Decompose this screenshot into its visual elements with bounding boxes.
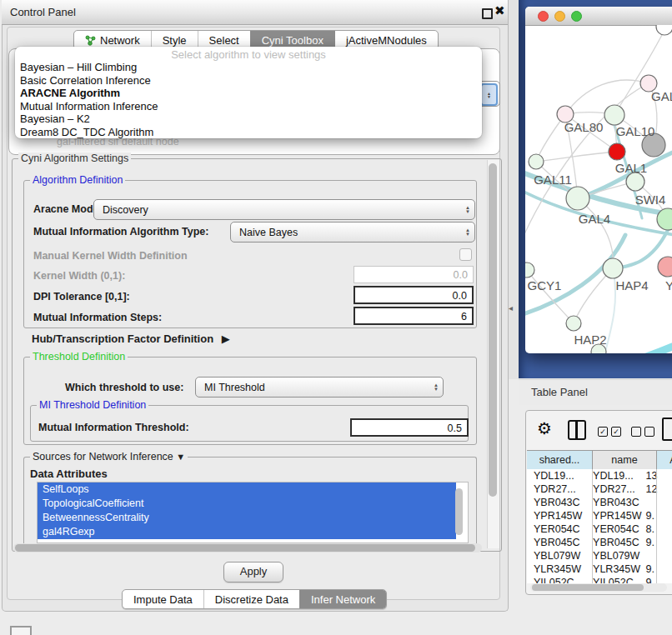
algorithm-dropdown-placeholder: Select algorithm to view settings [15,48,482,61]
attribute-item-betweennesscentrality[interactable]: BetweennessCentrality [38,511,456,525]
network-node[interactable] [525,262,534,278]
attribute-item-gal4rgexp[interactable]: gal4RGexp [38,525,456,539]
aracne-mode-combobox[interactable]: Discovery ▲▼ [93,199,475,220]
panel-divider[interactable] [509,0,519,379]
bottom-tab-infer-network[interactable]: Infer Network [299,590,386,608]
network-window-titlebar[interactable] [525,7,672,26]
network-icon [85,35,96,46]
mi-threshold-group-title: MI Threshold Definition [37,399,148,411]
mi-threshold-field[interactable]: 0.5 [350,418,469,437]
collapse-divider-icon[interactable]: ◂ [509,303,513,312]
table-row[interactable]: YBL079WYBL079W [527,549,672,562]
network-node[interactable] [566,316,581,331]
sources-group-toggle[interactable]: Sources for Network Inference ▼ [30,451,188,462]
table-cell: YIL052C [585,576,642,583]
table-hscrollbar-thumb[interactable] [532,584,644,591]
settings-hscrollbar-thumb[interactable] [15,544,475,552]
network-edge[interactable] [536,152,617,162]
hub-definition-toggle[interactable]: Hub/Transcription Factor Definition ▶ [32,332,225,345]
column-header-name[interactable]: name [593,451,657,469]
attributes-scrollbar-thumb[interactable] [455,488,463,535]
unchecked-box-icon[interactable] [631,427,641,437]
checked-box-icon[interactable]: ✓ [611,427,621,437]
control-panel-bottom-tabs: Impute DataDiscretize DataInfer Network [122,589,387,609]
network-desktop: GALGAL80GAL10GAL1GAL11SWI4GAL4GCY1HAP4YH… [519,0,672,378]
node-label-gal10: GAL10 [616,124,655,138]
data-attributes-label: Data Attributes [30,468,108,480]
table-cell: YPR145W [527,509,585,522]
table-row[interactable]: YDL19...YDL19...13 [527,469,672,482]
node-label-gal1: GAL1 [615,161,647,175]
algorithm-option-aracne-algorithm[interactable]: ARACNE Algorithm [20,87,477,100]
table-row[interactable]: YBR043CYBR043C [527,496,672,509]
bottom-tab-discretize-data[interactable]: Discretize Data [203,590,299,608]
table-cell: 13 [643,469,672,482]
network-canvas[interactable]: GALGAL80GAL10GAL1GAL11SWI4GAL4GCY1HAP4YH… [525,25,672,353]
checked-box-icon[interactable]: ✓ [598,427,608,437]
algorithm-dropdown-list: Bayesian – Hill ClimbingBasic Correlatio… [20,61,477,139]
attribute-item-selfloops[interactable]: SelfLoops [38,482,456,497]
algorithm-definition-title: Algorithm Definition [30,174,125,186]
mi-steps-field[interactable]: 6 [354,307,474,325]
bottom-tab-impute-data[interactable]: Impute Data [123,590,203,608]
manual-kernel-width-checkbox[interactable] [459,248,472,261]
column-header-shared[interactable]: shared... [527,451,593,469]
table-row[interactable]: YER054CYER054C8. [527,522,672,536]
network-node[interactable] [603,258,623,278]
which-threshold-value: MI Threshold [196,382,429,393]
table-cell: YDR27... [527,482,585,496]
minimized-panel-icon[interactable] [10,626,32,635]
dpi-tolerance-field[interactable]: 0.0 [354,286,474,304]
control-panel-title: Control Panel [10,6,76,18]
network-node[interactable] [626,172,644,191]
mi-algorithm-type-combobox[interactable]: Naive Bayes ▲▼ [230,222,475,242]
float-window-icon[interactable] [482,8,493,19]
algorithm-combobox-spinner-icon[interactable]: ▲▼ [480,83,498,106]
table-row[interactable]: YDR27...YDR27...12 [527,482,672,496]
algorithm-option-basic-correlation-inference[interactable]: Basic Correlation Inference [20,74,477,88]
split-column-icon[interactable] [568,420,586,440]
gear-icon[interactable]: ⚙ [537,418,552,438]
table-row[interactable]: YIL052CYIL052C9 [527,576,672,583]
mi-steps-label: Mutual Information Steps: [33,312,162,323]
network-node[interactable] [658,257,672,277]
table-cell: YLR345W [527,562,585,576]
which-threshold-combobox[interactable]: MI Threshold ▲▼ [195,377,444,398]
network-node[interactable] [529,154,544,169]
close-traffic-light-icon[interactable] [538,11,549,22]
zoom-traffic-light-icon[interactable] [571,11,582,22]
document-icon[interactable] [662,418,672,441]
close-icon[interactable]: ✖ [494,3,505,18]
node-label-swi4: SWI4 [635,192,666,207]
algorithm-option-dream8-dc-tdc-algorithm[interactable]: Dream8 DC_TDC Algorithm [20,126,477,139]
network-edge[interactable] [632,332,672,353]
apply-button[interactable]: Apply [223,562,283,582]
which-threshold-label: Which threshold to use: [65,382,183,393]
algorithm-option-bayesian-hill-climbing[interactable]: Bayesian – Hill Climbing [20,61,477,74]
table-row[interactable]: YBR045CYBR045C9. [527,536,672,549]
settings-scrollbar-thumb[interactable] [489,163,497,497]
table-body: YDL19...YDL19...13YDR27...YDR27...12YBR0… [527,469,672,583]
table-cell: 8. [643,522,672,536]
unchecked-box-icon[interactable] [644,427,654,437]
attribute-item-topologicalcoefficient[interactable]: TopologicalCoefficient [38,497,456,511]
network-node[interactable] [566,187,589,210]
collapsed-arrow-icon: ▶ [222,332,230,345]
table-row[interactable]: YPR145WYPR145W9. [527,509,672,522]
network-node[interactable] [609,143,625,160]
algorithm-option-mutual-information-inference[interactable]: Mutual Information Inference [20,100,477,113]
table-cell: YDL19... [527,469,585,482]
column-divider [592,469,593,583]
table-row[interactable]: YLR345WYLR345W9. [527,562,672,576]
bottom-tab-impute-data-label: Impute Data [133,593,193,606]
column-header-a[interactable]: A [657,451,672,469]
kernel-width-field[interactable]: 0.0 [354,266,474,283]
algorithm-option-bayesian-k2[interactable]: Bayesian – K2 [20,112,477,126]
network-node[interactable] [604,105,624,125]
network-node[interactable] [656,25,672,35]
data-attributes-list[interactable]: SelfLoopsTopologicalCoefficientBetweenne… [37,482,469,543]
node-label-gcy1: GCY1 [528,278,562,292]
minimize-traffic-light-icon[interactable] [554,11,565,22]
sources-group-title: Sources for Network Inference [33,451,173,462]
network-view-window[interactable]: GALGAL80GAL10GAL1GAL11SWI4GAL4GCY1HAP4YH… [525,7,672,353]
